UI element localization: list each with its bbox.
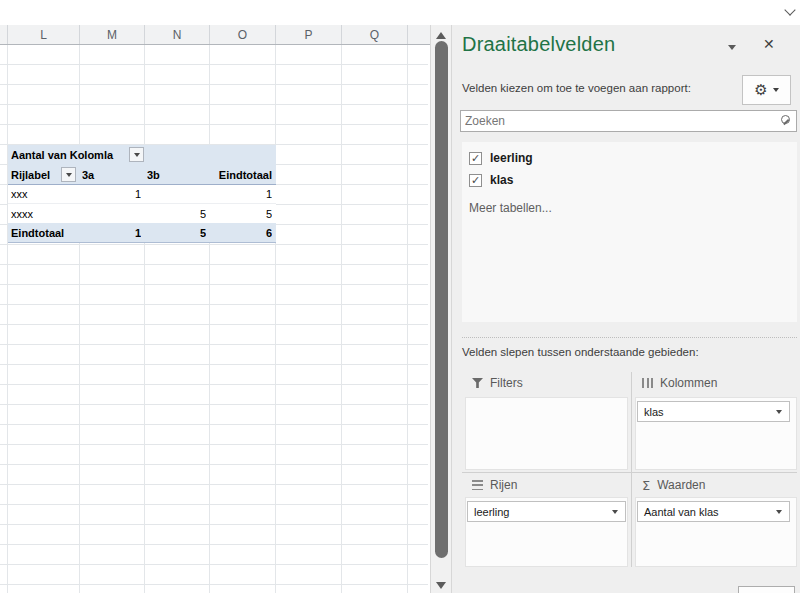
choose-fields-text: Velden kiezen om toe te voegen aan rappo… bbox=[462, 82, 734, 94]
pivot-row-filter-button[interactable] bbox=[61, 167, 76, 182]
tools-button[interactable]: ⚙ bbox=[742, 75, 791, 105]
filters-area-label: Filters bbox=[472, 376, 523, 390]
pane-divider bbox=[462, 337, 797, 338]
areas-horizontal-divider bbox=[462, 472, 797, 473]
checkbox-checked[interactable]: ✓ bbox=[469, 152, 482, 165]
column-header-partial[interactable] bbox=[408, 25, 430, 44]
search-box bbox=[460, 110, 797, 132]
search-icon[interactable] bbox=[781, 115, 790, 124]
columns-area-label: Kolommen bbox=[642, 376, 717, 390]
rows-icon bbox=[472, 480, 483, 490]
collapse-ribbon-chevron-icon[interactable] bbox=[784, 4, 795, 15]
vertical-scrollbar[interactable] bbox=[430, 25, 452, 593]
area-label-text: Rijen bbox=[490, 478, 517, 492]
more-tables-link[interactable]: Meer tabellen... bbox=[469, 201, 797, 215]
pivot-data-row: xxx 1 1 bbox=[8, 185, 276, 204]
pivot-table: Aantal van Kolomla Rijlabel 3a 3b Eindto… bbox=[8, 145, 276, 243]
pill-label: Aantal van klas bbox=[644, 506, 719, 518]
column-header-O[interactable]: O bbox=[210, 25, 276, 44]
dropdown-arrow-icon bbox=[776, 510, 782, 514]
formula-bar-strip bbox=[0, 0, 800, 25]
pill-label: leerling bbox=[474, 506, 509, 518]
field-item-klas[interactable]: ✓ klas bbox=[462, 169, 797, 191]
area-label-text: Filters bbox=[490, 376, 523, 390]
pivot-row-labels-caption[interactable]: Rijlabel bbox=[11, 165, 61, 184]
pivot-cell[interactable]: 1 bbox=[80, 185, 141, 203]
checkbox-checked[interactable]: ✓ bbox=[469, 174, 482, 187]
field-item-leerling[interactable]: ✓ leerling bbox=[462, 147, 797, 169]
pivot-row-label[interactable]: Eindtotaal bbox=[11, 223, 81, 242]
areas-vertical-divider bbox=[631, 372, 632, 567]
pivot-cell[interactable]: 5 bbox=[145, 223, 206, 242]
column-header-N[interactable]: N bbox=[145, 25, 210, 44]
field-pill-leerling[interactable]: leerling bbox=[467, 501, 626, 522]
scrollbar-thumb[interactable] bbox=[435, 41, 448, 558]
pivot-data-row: xxxx 5 5 bbox=[8, 204, 276, 223]
gear-icon: ⚙ bbox=[754, 83, 767, 98]
pivot-cell[interactable]: 5 bbox=[145, 204, 206, 223]
filters-drop-area[interactable] bbox=[465, 397, 628, 470]
area-label-text: Kolommen bbox=[660, 376, 717, 390]
pivot-cell[interactable]: 5 bbox=[210, 204, 272, 223]
dropdown-arrow-icon bbox=[66, 173, 72, 177]
pivot-column-filter-button[interactable] bbox=[129, 147, 144, 162]
column-header-M[interactable]: M bbox=[80, 25, 145, 44]
pivot-labels-row: Rijlabel 3a 3b Eindtotaal bbox=[8, 165, 276, 185]
drag-fields-text: Velden slepen tussen onderstaande gebied… bbox=[462, 346, 699, 358]
pivot-cell[interactable] bbox=[145, 185, 206, 203]
pivottable-fields-pane: Draaitabelvelden ✕ Velden kiezen om toe … bbox=[452, 25, 800, 593]
pivot-row-label[interactable]: xxx bbox=[11, 185, 61, 203]
rows-area-label: Rijen bbox=[472, 478, 517, 492]
sheet-grid[interactable]: Aantal van Kolomla Rijlabel 3a 3b Eindto… bbox=[0, 45, 428, 593]
dropdown-arrow-icon bbox=[776, 410, 782, 414]
field-list: ✓ leerling ✓ klas Meer tabellen... bbox=[462, 142, 797, 322]
field-pill-klas[interactable]: klas bbox=[637, 401, 790, 422]
pivot-values-caption[interactable]: Aantal van Kolomla bbox=[11, 145, 126, 165]
dropdown-arrow-icon bbox=[773, 88, 779, 92]
column-header-P[interactable]: P bbox=[276, 25, 342, 44]
pane-title: Draaitabelvelden bbox=[462, 33, 615, 56]
column-headers: L M N O P Q bbox=[0, 25, 430, 45]
scroll-down-arrow-icon[interactable] bbox=[436, 582, 446, 589]
pivot-row-label[interactable]: xxxx bbox=[11, 204, 61, 223]
field-label: klas bbox=[490, 173, 513, 187]
pane-options-chevron-icon[interactable] bbox=[728, 45, 736, 50]
field-label: leerling bbox=[490, 151, 533, 165]
sigma-icon: Σ bbox=[642, 479, 650, 492]
columns-icon bbox=[642, 378, 653, 388]
area-label-text: Waarden bbox=[657, 478, 705, 492]
pivot-column-3b[interactable]: 3b bbox=[147, 165, 187, 184]
pivot-column-3a[interactable]: 3a bbox=[82, 165, 122, 184]
pivot-cell[interactable]: 1 bbox=[80, 223, 141, 242]
pivot-grandtotal-row: Eindtotaal 1 5 6 bbox=[8, 223, 276, 243]
dropdown-arrow-icon bbox=[612, 510, 618, 514]
field-pill-aantal-van-klas[interactable]: Aantal van klas bbox=[637, 501, 790, 522]
column-header-partial[interactable] bbox=[0, 25, 8, 44]
values-area-label: Σ Waarden bbox=[642, 478, 705, 492]
scroll-up-arrow-icon[interactable] bbox=[436, 32, 446, 39]
pivot-header-row: Aantal van Kolomla bbox=[8, 145, 276, 165]
pivot-column-grandtotal[interactable]: Eindtotaal bbox=[210, 165, 272, 184]
dropdown-arrow-icon bbox=[134, 153, 140, 157]
column-header-L[interactable]: L bbox=[8, 25, 80, 44]
column-header-Q[interactable]: Q bbox=[342, 25, 408, 44]
filter-funnel-icon bbox=[472, 378, 483, 388]
pivot-cell[interactable] bbox=[80, 204, 141, 223]
pivot-cell[interactable]: 1 bbox=[210, 185, 272, 203]
update-button-partial[interactable] bbox=[738, 586, 795, 593]
excel-window: L M N O P Q Aantal van Kolomla Rijlabel … bbox=[0, 0, 800, 593]
close-icon[interactable]: ✕ bbox=[763, 37, 775, 51]
search-input[interactable] bbox=[465, 111, 770, 131]
worksheet[interactable]: L M N O P Q Aantal van Kolomla Rijlabel … bbox=[0, 25, 430, 593]
pill-label: klas bbox=[644, 406, 664, 418]
pivot-cell[interactable]: 6 bbox=[210, 223, 272, 242]
